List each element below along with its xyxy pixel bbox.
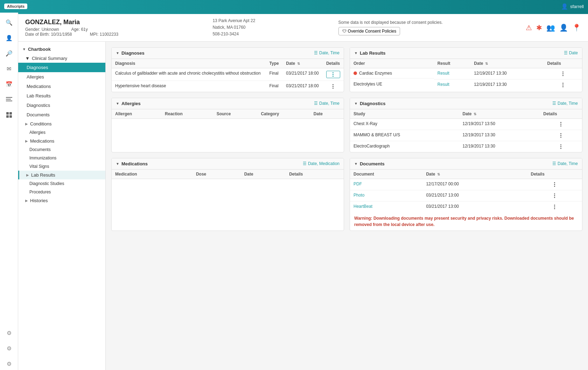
details-btn[interactable] — [543, 121, 579, 127]
patient-demographics: Gender: Unknown Age: 61y Date of Birth: … — [25, 27, 130, 37]
search-nav-btn[interactable]: 🔍 — [3, 16, 15, 29]
nav-diagnoses[interactable]: Diagnoses — [18, 63, 105, 72]
nav-allergies-sub[interactable]: Allergies — [18, 128, 105, 137]
col-source: Source — [213, 109, 258, 119]
medications-collapse-icon[interactable]: ▼ — [116, 162, 119, 166]
details-btn[interactable] — [547, 82, 579, 88]
details-cell[interactable] — [527, 201, 582, 212]
details-btn-outlined[interactable] — [326, 71, 340, 78]
details-btn[interactable] — [531, 204, 579, 210]
asterisk-icon[interactable]: ✱ — [536, 23, 542, 32]
document-link[interactable]: PDF — [354, 181, 362, 186]
lab-results-title: Lab Results — [360, 50, 386, 56]
settings-btn3[interactable]: ⚙ — [3, 357, 15, 370]
document-cell[interactable]: Photo — [350, 190, 422, 201]
details-cell[interactable] — [540, 141, 582, 152]
details-btn[interactable] — [531, 181, 579, 187]
nav-diagnostics[interactable]: Diagnostics — [18, 101, 105, 110]
lab-results-panel: ▼ Lab Results ☰ Date Order Result — [350, 47, 582, 92]
modules-nav-btn[interactable] — [3, 109, 15, 121]
nav-diagnostic-studies[interactable]: Diagnostic Studies — [18, 179, 105, 188]
chartbook-header[interactable]: ▼ Chartbook — [18, 44, 105, 54]
document-link[interactable]: Photo — [354, 193, 364, 198]
details-cell[interactable] — [540, 118, 582, 130]
nav-immunizations[interactable]: Immunizations — [18, 154, 105, 162]
document-link[interactable]: HeartBeat — [354, 204, 372, 209]
result-link[interactable]: Result — [438, 71, 449, 76]
allergies-panel: ▼ Allergies ☰ Date, Time Allergen Rea — [111, 98, 344, 152]
details-cell[interactable] — [544, 68, 582, 79]
nav-procedures[interactable]: Procedures — [18, 188, 105, 196]
document-cell[interactable]: HeartBeat — [350, 201, 422, 212]
people-icon[interactable]: 👥 — [546, 23, 555, 32]
override-consent-btn[interactable]: 🛡 Override Consent Policies — [338, 27, 400, 35]
diagnostics-sort-btn[interactable]: ☰ Date, Time — [552, 101, 578, 106]
details-btn[interactable] — [543, 132, 579, 138]
histories-group[interactable]: ▶ Histories — [18, 196, 105, 205]
details-cell[interactable] — [527, 190, 582, 201]
clinical-summary-header[interactable]: ▼ Clinical Summary — [18, 54, 105, 63]
result-cell[interactable]: Result — [434, 79, 471, 90]
date-cell: 03/21/2017 18:00 — [282, 81, 323, 92]
patient-dob: Date of Birth: 10/31/1958 — [25, 32, 77, 37]
medications-sort-btn[interactable]: ☰ Date, Medication — [303, 161, 340, 166]
date-cell: 03/21/2017 13:00 — [422, 190, 527, 201]
lab-results-expand-icon: ▶ — [26, 173, 29, 177]
details-btn[interactable] — [547, 71, 579, 77]
list-nav-btn[interactable] — [3, 93, 15, 106]
alert-icon[interactable]: ⚠ — [526, 23, 532, 32]
sort-icon: ☰ — [314, 101, 318, 106]
result-cell[interactable]: Result — [434, 68, 471, 79]
result-link[interactable]: Result — [438, 82, 449, 87]
details-btn[interactable] — [543, 144, 579, 150]
conditions-group[interactable]: ▶ Conditions — [18, 119, 105, 128]
location-icon[interactable]: 📍 — [572, 23, 581, 32]
documents-collapse-icon[interactable]: ▼ — [354, 162, 358, 166]
lab-results-collapse-icon[interactable]: ▼ — [354, 51, 358, 55]
details-cell[interactable] — [544, 79, 582, 90]
table-row: ElectroCardiograph 12/19/2017 13:30 — [350, 141, 582, 152]
calendar-nav-btn[interactable]: 📅 — [3, 78, 15, 90]
order-cell: Cardiac Enzymes — [350, 68, 434, 78]
settings-btn2[interactable]: ⚙ — [3, 342, 15, 355]
table-row: Calculus of gallbladder with acute and c… — [112, 68, 344, 81]
diagnosis-cell: Hypertensive heart disease — [112, 81, 266, 92]
diagnostics-collapse-icon[interactable]: ▼ — [354, 102, 358, 105]
diagnoses-collapse-icon[interactable]: ▼ — [116, 51, 119, 55]
details-cell[interactable] — [527, 179, 582, 190]
details-btn[interactable] — [531, 193, 579, 199]
profile-icon[interactable]: 👤 — [559, 23, 568, 32]
svg-rect-5 — [6, 115, 9, 118]
documents-sort-btn[interactable]: ☰ Date, Time — [552, 161, 578, 166]
user-avatar-icon: 👤 — [561, 3, 568, 10]
search2-nav-btn[interactable]: 🔎 — [3, 47, 15, 60]
details-btn[interactable] — [326, 83, 340, 89]
lab-results-group[interactable]: ▶ Lab Results — [18, 171, 105, 179]
settings-btn1[interactable]: ⚙ — [3, 327, 15, 339]
diagnoses-panel-title-area: ▼ Diagnoses — [116, 50, 145, 56]
patient-nav-btn[interactable]: 👤 — [3, 32, 15, 44]
lab-results-sort-btn[interactable]: ☰ Date — [564, 50, 578, 55]
nav-documents[interactable]: Documents — [18, 110, 105, 119]
user-menu[interactable]: 👤 sfarrell — [561, 3, 584, 10]
details-cell[interactable] — [540, 130, 582, 141]
document-cell[interactable]: PDF — [350, 179, 422, 190]
svg-rect-4 — [9, 112, 12, 115]
nav-allergies[interactable]: Allergies — [18, 72, 105, 82]
details-cell[interactable] — [323, 81, 344, 92]
diagnoses-sort-btn[interactable]: ☰ Date, Time — [314, 50, 340, 55]
nav-lab-results[interactable]: Lab Results — [18, 91, 105, 101]
allergies-panel-header: ▼ Allergies ☰ Date, Time — [112, 98, 344, 109]
patient-gender: Gender: Unknown — [25, 27, 65, 32]
nav-vital-signs[interactable]: Vital Signs — [18, 162, 105, 171]
medications-group[interactable]: ▶ Medications — [18, 137, 105, 145]
nav-medications[interactable]: Medications — [18, 82, 105, 91]
allergies-collapse-icon[interactable]: ▼ — [116, 102, 119, 105]
col-study: Study — [350, 109, 459, 119]
details-cell[interactable] — [323, 68, 344, 81]
documents-table: Document Date ⇅ Details PDF 12/17/2017 0… — [350, 170, 582, 212]
nav-documents-sub[interactable]: Documents — [18, 145, 105, 154]
allergies-sort-btn[interactable]: ☰ Date, Time — [314, 101, 340, 106]
sort-icon: ☰ — [552, 161, 556, 166]
mail-nav-btn[interactable]: ✉ — [3, 62, 15, 75]
